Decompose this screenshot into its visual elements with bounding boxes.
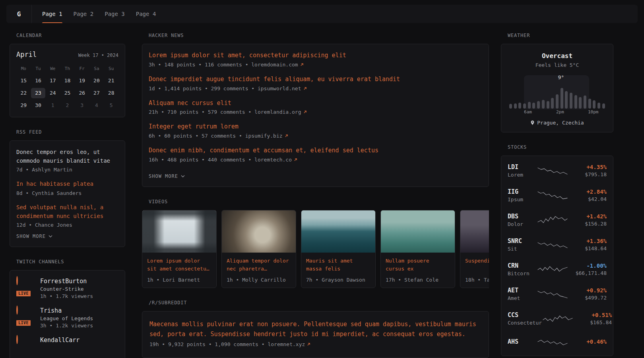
peak-temperature-label: 9° bbox=[558, 74, 564, 80]
twitch-channel-name: KendallCarr bbox=[40, 337, 80, 344]
stock-change: -1.00% bbox=[568, 263, 607, 269]
stock-ticker: AET bbox=[508, 287, 537, 294]
video-card[interactable]: Suspendisse diam 18h • Tara bbox=[460, 210, 489, 288]
chevron-down-icon bbox=[48, 235, 52, 237]
reddit-post: Maecenas mollis pulvinar erat non posuer… bbox=[149, 319, 481, 347]
stock-ticker: SNRC bbox=[508, 237, 537, 245]
video-thumbnail bbox=[381, 210, 455, 253]
hn-item-link[interactable]: Donec imperdiet augue tincidunt felis al… bbox=[149, 75, 482, 84]
calendar-day: 19 bbox=[75, 76, 89, 86]
twitch-section-title: TWITCH CHANNELS bbox=[16, 259, 125, 265]
calendar-day: 21 bbox=[104, 76, 118, 86]
twitch-widget: LIVE ForrestBurton Counter-Strike 1h • 1… bbox=[10, 270, 125, 358]
stock-sparkline bbox=[537, 214, 568, 226]
twitch-channel-row[interactable]: KendallCarr bbox=[16, 336, 118, 354]
dashboard-page: G Page 1 Page 2 Page 3 Page 4 CALENDAR A… bbox=[0, 0, 644, 358]
hn-item-link[interactable]: Aliquam nec cursus elit bbox=[149, 99, 482, 108]
stock-name: Dolor bbox=[508, 221, 537, 227]
stock-row[interactable]: IIG Ipsum +2.84% $42.04 bbox=[508, 183, 607, 208]
external-link-icon bbox=[303, 110, 307, 114]
stock-info: CCS Consectetur bbox=[508, 311, 542, 326]
twitch-channel-meta: 1h • 1.7k viewers bbox=[40, 293, 93, 299]
hour-label: 6am bbox=[524, 109, 532, 115]
videos-section-title: VIDEOS bbox=[149, 199, 489, 204]
app-logo[interactable]: G bbox=[6, 5, 32, 23]
stock-row[interactable]: AET Amet +0.92% $499.72 bbox=[508, 282, 607, 306]
show-more-label: SHOW MORE bbox=[149, 173, 178, 179]
external-link-icon bbox=[285, 134, 288, 138]
twitch-channel-row[interactable]: LIVE ForrestBurton Counter-Strike 1h • 1… bbox=[16, 277, 118, 299]
rss-item-link[interactable]: Donec tempor eros leo, ut commodo mauris… bbox=[16, 148, 118, 165]
stock-price: $42.04 bbox=[568, 196, 607, 202]
stock-name: Lorem bbox=[508, 172, 537, 178]
page-tabs: Page 1 Page 2 Page 3 Page 4 bbox=[42, 5, 156, 23]
calendar-section-title: CALENDAR bbox=[16, 33, 125, 38]
hn-item-meta: 16h • 468 points • 440 comments • loremt… bbox=[149, 157, 482, 163]
calendar-day: 26 bbox=[75, 88, 89, 98]
weather-feels-like: Feels like 5°C bbox=[508, 62, 606, 68]
stock-row[interactable]: CCS Consectetur +0.51% $165.84 bbox=[508, 306, 607, 331]
video-card[interactable]: Aliquam tempor dolor nec pharetra… 1h • … bbox=[221, 210, 296, 288]
tab-page-1[interactable]: Page 1 bbox=[42, 5, 62, 23]
stock-info: LDI Lorem bbox=[508, 163, 537, 178]
stock-row[interactable]: SNRC Sit +1.36% $148.64 bbox=[508, 232, 607, 257]
hn-item-meta: 1d • 1,414 points • 299 comments • ipsum… bbox=[149, 86, 482, 91]
main-content: CALENDAR April Week 17 • 2024 Mo Tu We T… bbox=[0, 23, 644, 358]
stock-values: +2.84% $42.04 bbox=[568, 189, 607, 202]
tab-page-3[interactable]: Page 3 bbox=[105, 5, 125, 23]
rss-show-more-button[interactable]: SHOW MORE bbox=[16, 233, 52, 239]
stock-row[interactable]: DBS Dolor +1.42% $156.28 bbox=[508, 208, 607, 232]
video-title: Aliquam tempor dolor nec pharetra… bbox=[227, 257, 291, 273]
stock-sparkline bbox=[537, 336, 568, 348]
stock-row[interactable]: LDI Lorem +4.35% $795.18 bbox=[508, 158, 607, 183]
calendar-day-next-month: 2 bbox=[60, 100, 75, 111]
hn-show-more-button[interactable]: SHOW MORE bbox=[149, 173, 185, 179]
weather-hour-labels: 6am 2pm 10pm bbox=[508, 109, 606, 115]
chevron-down-icon bbox=[181, 175, 185, 177]
stock-change: +4.35% bbox=[568, 164, 607, 170]
twitch-channel-row[interactable]: LIVE Trisha League of Legends 3h • 1.2k … bbox=[16, 306, 118, 329]
rss-item-link[interactable]: In hac habitasse platea bbox=[16, 180, 118, 189]
tab-page-2[interactable]: Page 2 bbox=[74, 5, 94, 23]
twitch-channel-info: Trisha League of Legends 3h • 1.2k viewe… bbox=[40, 306, 93, 329]
video-info: Suspendisse diam 18h • Tara bbox=[460, 253, 489, 288]
reddit-post-link[interactable]: Maecenas mollis pulvinar erat non posuer… bbox=[149, 319, 481, 340]
video-card[interactable]: Lorem ipsum dolor sit amet consectetu… 1… bbox=[142, 210, 217, 288]
tab-page-4[interactable]: Page 4 bbox=[136, 5, 156, 23]
video-info: Aliquam tempor dolor nec pharetra… 1h • … bbox=[222, 253, 296, 288]
avatar bbox=[16, 305, 18, 315]
hn-item-meta-text: 16h • 468 points • 440 comments • loremt… bbox=[149, 157, 292, 163]
weather-bar bbox=[514, 103, 517, 109]
video-meta: 1h • Molly Carrillo bbox=[227, 277, 291, 283]
rss-item-meta-text: 8d • Cynthia Saunders bbox=[16, 190, 81, 196]
hn-item-link[interactable]: Integer eget rutrum lorem bbox=[149, 123, 482, 131]
stock-sparkline bbox=[537, 288, 568, 300]
weather-bar bbox=[523, 103, 526, 109]
left-column: CALENDAR April Week 17 • 2024 Mo Tu We T… bbox=[10, 33, 125, 358]
weather-condition: Overcast bbox=[508, 52, 606, 60]
calendar-widget: April Week 17 • 2024 Mo Tu We Th Fr Sa S… bbox=[10, 44, 125, 117]
calendar-day: 25 bbox=[60, 88, 75, 98]
stock-sparkline bbox=[537, 189, 568, 201]
hn-item-meta-text: 21h • 710 points • 579 comments • loreml… bbox=[149, 109, 301, 115]
calendar-day-next-month: 3 bbox=[75, 100, 89, 111]
stock-name: Consectetur bbox=[508, 320, 542, 326]
stock-row[interactable]: AHS +0.46% bbox=[508, 331, 607, 353]
hackernews-section-title: HACKER NEWS bbox=[149, 33, 489, 38]
stock-name: Amet bbox=[508, 295, 537, 301]
weather-bar bbox=[518, 103, 521, 109]
video-card[interactable]: Mauris sit amet massa felis 7h • Grayson… bbox=[301, 210, 376, 288]
weather-bar bbox=[579, 97, 582, 109]
rss-item-link[interactable]: Sed volutpat nulla nisl, a condimentum n… bbox=[16, 203, 118, 220]
hn-item-link[interactable]: Lorem ipsum dolor sit amet, consectetur … bbox=[149, 51, 482, 60]
twitch-avatar-wrap: LIVE bbox=[16, 277, 35, 295]
video-card[interactable]: Nullam posuere cursus ex 17h • Stefan Co… bbox=[380, 210, 455, 288]
hn-item-link[interactable]: Donec enim nibh, condimentum et accumsan… bbox=[149, 146, 482, 155]
stock-row[interactable]: CRN Bitcorn -1.00% $66,171.48 bbox=[508, 257, 607, 282]
map-pin-icon bbox=[530, 120, 535, 125]
videos-section: VIDEOS Lorem ipsum dolor sit amet consec… bbox=[142, 199, 489, 288]
day-header: Sa bbox=[89, 64, 104, 74]
weather-widget: Overcast Feels like 5°C 9° 6am 2pm 10pm bbox=[501, 44, 613, 132]
hour-label: 2pm bbox=[556, 109, 564, 115]
weather-bar bbox=[593, 100, 596, 109]
